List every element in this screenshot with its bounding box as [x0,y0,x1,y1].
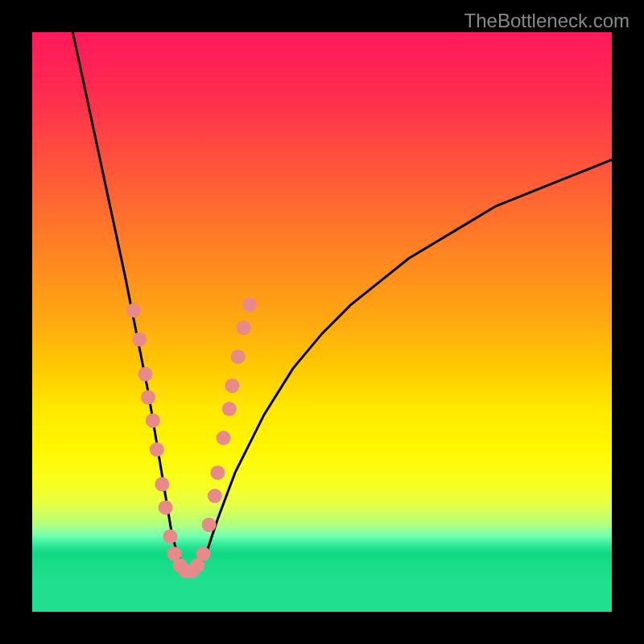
data-point [217,431,231,445]
data-point [242,297,257,312]
chart-container: TheBottleneck.com [0,0,644,644]
data-point [141,390,155,405]
bottleneck-curve [72,32,612,572]
data-point [138,367,152,382]
data-point [163,529,177,543]
data-point [126,303,141,318]
data-point [159,500,173,514]
data-point [231,349,246,364]
data-point [150,442,164,456]
data-point [202,518,217,532]
data-point [237,320,251,335]
data-point-markers [126,297,257,578]
data-point [208,489,222,503]
data-point [155,477,169,492]
data-point [146,413,160,427]
data-point [196,547,210,561]
data-point [222,402,237,416]
data-point [132,332,147,347]
curve-line [72,32,612,572]
watermark: TheBottleneck.com [464,10,630,32]
data-point [210,465,225,480]
plot-area [32,32,612,612]
data-point [225,378,239,393]
chart-svg [32,32,612,612]
